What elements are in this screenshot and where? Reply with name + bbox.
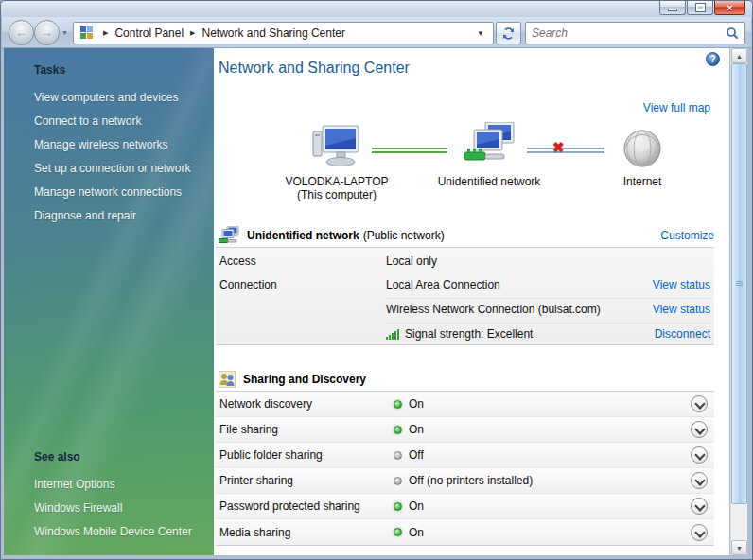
- sharing-row-printer-sharing: Printer sharing Off (no printers install…: [216, 468, 714, 494]
- minimize-icon: [668, 9, 677, 11]
- address-bar[interactable]: ▶ Control Panel ▶ Network and Sharing Ce…: [73, 22, 494, 44]
- access-value: Local only: [386, 254, 710, 268]
- sidebar-item-manage-wireless[interactable]: Manage wireless networks: [34, 133, 204, 157]
- row-separator: [386, 298, 712, 299]
- scrollbar-grip-icon: [736, 281, 743, 287]
- page-title: Network and Sharing Center: [219, 60, 410, 77]
- view-status-link[interactable]: View status: [653, 303, 710, 316]
- network-name: Unidentified network: [418, 175, 560, 188]
- see-also-header: See also: [34, 450, 192, 464]
- forward-button[interactable]: →: [34, 20, 60, 45]
- sidebar-item-view-computers[interactable]: View computers and devices: [34, 86, 204, 110]
- back-button[interactable]: ←: [9, 20, 34, 45]
- scroll-down-button[interactable]: ▼: [731, 540, 747, 555]
- row-value: On: [409, 526, 424, 539]
- sharing-rows: Network discovery On File sharing On Pub…: [216, 391, 714, 546]
- sharing-users-icon: [219, 371, 236, 388]
- connection-row-wireless: Wireless Network Connection (bulsat.com)…: [219, 303, 710, 316]
- main-content: ? Network and Sharing Center View full m…: [214, 48, 729, 555]
- breadcrumb-separator-icon: ▶: [103, 29, 108, 37]
- signal-strength-icon: [386, 329, 399, 340]
- sharing-section-title: Sharing and Discovery: [243, 373, 366, 386]
- computer-sublabel: (This computer): [266, 188, 408, 201]
- sidebar-item-mobile-device-center[interactable]: Windows Mobile Device Center: [34, 520, 192, 544]
- scrollbar-thumb[interactable]: [731, 63, 747, 504]
- network-section-header: Unidentified network (Public network) Cu…: [219, 226, 714, 245]
- minimize-button[interactable]: [659, 1, 686, 15]
- address-dropdown-icon[interactable]: ▼: [472, 29, 489, 38]
- sidebar-item-windows-firewall[interactable]: Windows Firewall: [34, 497, 192, 520]
- recent-pages-dropdown[interactable]: ▼: [61, 29, 68, 36]
- breadcrumb-separator-icon: ▶: [190, 29, 195, 37]
- signal-strength-text: Signal strength: Excellent: [405, 327, 533, 341]
- access-label: Access: [219, 254, 386, 268]
- back-arrow-icon: ←: [9, 21, 33, 44]
- view-full-map-link[interactable]: View full map: [643, 101, 710, 114]
- row-value: On: [409, 423, 424, 436]
- forward-arrow-icon: →: [35, 21, 59, 44]
- row-value: Off: [409, 448, 424, 462]
- refresh-button[interactable]: [496, 22, 521, 44]
- status-dot: [394, 502, 402, 511]
- maximize-icon: [696, 4, 705, 11]
- sidebar-item-setup-connection[interactable]: Set up a connection or network: [34, 157, 204, 181]
- expand-chevron-button[interactable]: [691, 395, 708, 412]
- map-node-internet[interactable]: Internet: [571, 122, 713, 188]
- network-section-title: Unidentified network: [247, 229, 359, 242]
- network-icon: [418, 122, 560, 169]
- breadcrumb-control-panel[interactable]: Control Panel: [114, 26, 184, 40]
- small-network-icon: [219, 226, 239, 245]
- sharing-row-password-protected: Password protected sharing On: [216, 494, 714, 519]
- status-dot: [394, 477, 402, 485]
- row-value: On: [409, 397, 424, 411]
- internet-label: Internet: [571, 175, 713, 188]
- sidebar-item-diagnose-repair[interactable]: Diagnose and repair: [34, 204, 204, 228]
- sharing-row-public-folder: Public folder sharing Off: [216, 443, 714, 468]
- expand-chevron-button[interactable]: [691, 421, 708, 438]
- expand-chevron-button[interactable]: [691, 498, 708, 515]
- connection-row-lan: Connection Local Area Connection View st…: [219, 278, 710, 291]
- navigation-bar: ← → ▼ ▶ Control Panel ▶ Network and Shar…: [2, 17, 751, 48]
- no-connection-x-icon: ✖: [552, 139, 565, 156]
- access-row: Access Local only: [219, 254, 710, 268]
- vertical-scrollbar[interactable]: ▲ ▼: [730, 48, 747, 555]
- close-icon: ×: [715, 1, 744, 13]
- sharing-row-network-discovery: Network discovery On: [216, 392, 714, 417]
- explorer-window: × ← → ▼ ▶ Control Panel ▶ Network and Sh…: [0, 0, 753, 560]
- search-icon[interactable]: [726, 26, 739, 40]
- expand-chevron-button[interactable]: [691, 524, 708, 541]
- sidebar: Tasks View computers and devices Connect…: [4, 48, 214, 555]
- see-also-section: See also Internet Options Windows Firewa…: [34, 450, 192, 544]
- status-dot: [394, 400, 402, 409]
- customize-link[interactable]: Customize: [660, 229, 714, 242]
- expand-chevron-button[interactable]: [691, 446, 708, 464]
- help-icon[interactable]: ?: [706, 52, 720, 66]
- row-separator: [386, 323, 712, 324]
- expand-chevron-button[interactable]: [691, 472, 708, 489]
- row-value: Off (no printers installed): [409, 474, 533, 487]
- connection-label: Connection: [219, 278, 386, 291]
- computer-name: VOLODKA-LAPTOP: [266, 175, 408, 188]
- row-label: Public folder sharing: [219, 448, 394, 462]
- sidebar-item-connect-network[interactable]: Connect to a network: [34, 110, 204, 133]
- sharing-row-file-sharing: File sharing On: [216, 417, 714, 443]
- map-node-this-computer[interactable]: VOLODKA-LAPTOP (This computer): [266, 122, 408, 201]
- map-node-network[interactable]: Unidentified network: [418, 122, 560, 188]
- status-dot: [394, 451, 402, 460]
- status-dot: [394, 528, 402, 536]
- breadcrumb-network-sharing-center[interactable]: Network and Sharing Center: [202, 26, 345, 40]
- close-button[interactable]: ×: [714, 1, 745, 15]
- sidebar-item-manage-connections[interactable]: Manage network connections: [34, 181, 204, 204]
- connection-name: Local Area Connection: [386, 278, 653, 291]
- disconnect-link[interactable]: Disconnect: [655, 327, 710, 341]
- computer-icon: [266, 122, 408, 169]
- row-value: On: [409, 499, 424, 513]
- sidebar-item-internet-options[interactable]: Internet Options: [34, 473, 192, 497]
- scroll-up-button[interactable]: ▲: [731, 48, 747, 63]
- title-bar[interactable]: ×: [1, 1, 752, 17]
- search-box[interactable]: [525, 22, 745, 44]
- search-input[interactable]: [532, 26, 726, 40]
- maximize-button[interactable]: [687, 1, 713, 15]
- row-label: File sharing: [219, 423, 394, 436]
- view-status-link[interactable]: View status: [653, 278, 710, 291]
